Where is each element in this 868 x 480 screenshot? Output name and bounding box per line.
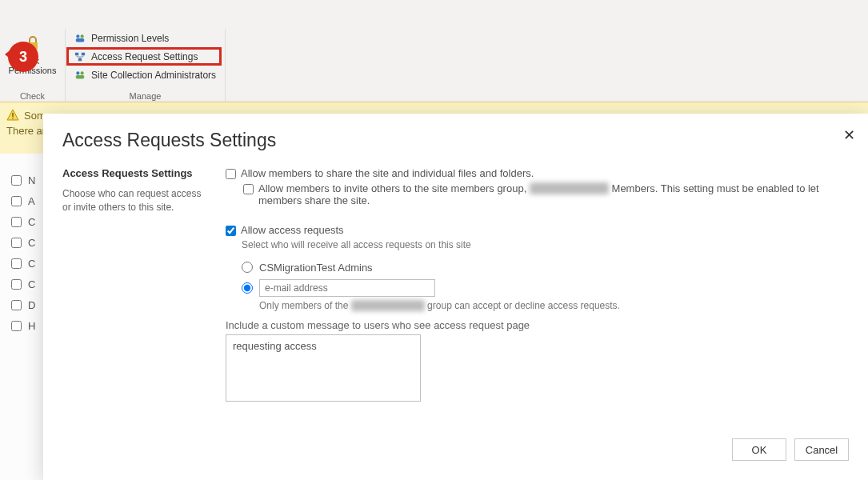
row-checkbox[interactable] [11, 258, 22, 269]
redacted-group-name-2: hidden [351, 300, 425, 311]
modal-footer: OK Cancel [732, 438, 849, 461]
modal-left-panel: Access Requests Settings Choose who can … [62, 167, 206, 404]
warning-line1: Som [24, 110, 46, 122]
row-checkbox[interactable] [11, 300, 22, 310]
radio-admins[interactable] [242, 262, 253, 273]
left-heading: Access Requests Settings [62, 167, 206, 179]
radio-email[interactable] [242, 282, 253, 294]
select-recipient-hint: Select who will receive all access reque… [242, 239, 849, 250]
access-request-settings-button[interactable]: Access Request Settings [66, 47, 222, 66]
redacted-group-name: hidden [530, 182, 609, 194]
row-checkbox[interactable] [11, 321, 22, 331]
row-checkbox[interactable] [11, 196, 22, 206]
svg-rect-4 [75, 52, 78, 55]
access-requests-modal: Access Requests Settings ✕ Access Reques… [43, 114, 868, 480]
people-icon [74, 32, 86, 45]
allow-access-requests-label: Allow access requests [241, 224, 344, 236]
svg-rect-6 [78, 58, 82, 61]
step-badge: 3 [8, 42, 38, 72]
svg-rect-10 [12, 113, 13, 117]
radio-email-row[interactable] [242, 278, 849, 298]
modal-right-panel: Allow members to share the site and indi… [226, 167, 849, 404]
allow-share-label: Allow members to share the site and indi… [241, 167, 534, 179]
permission-levels-button[interactable]: Permission Levels [69, 29, 224, 47]
row-checkbox[interactable] [11, 238, 22, 248]
svg-rect-3 [76, 38, 85, 42]
svg-point-8 [81, 71, 84, 74]
cancel-button[interactable]: Cancel [794, 438, 849, 461]
radio-admins-label: CSMigrationTest Admins [259, 262, 373, 274]
ribbon-group-label-check: Check [0, 91, 65, 101]
svg-point-2 [81, 34, 84, 38]
email-input[interactable] [259, 279, 435, 297]
allow-share-checkbox[interactable] [226, 169, 236, 179]
allow-share-checkbox-row[interactable]: Allow members to share the site and indi… [226, 167, 849, 179]
allow-invite-label-pre: Allow members to invite others to the si… [258, 182, 530, 194]
custom-message-label: Include a custom message to users who se… [226, 319, 849, 331]
svg-rect-11 [12, 118, 13, 118]
ribbon: eck Permissions Check Permission Levels … [0, 0, 868, 102]
row-checkbox[interactable] [11, 279, 22, 290]
svg-point-7 [76, 71, 79, 74]
left-description: Choose who can request access or invite … [62, 187, 206, 214]
only-members-hint: Only members of the hidden group can acc… [259, 300, 849, 311]
allow-access-requests-checkbox[interactable] [226, 226, 236, 236]
custom-message-textarea[interactable] [226, 334, 421, 402]
allow-invite-checkbox[interactable] [243, 184, 254, 194]
radio-admins-row[interactable]: CSMigrationTest Admins [242, 257, 849, 278]
warning-icon [6, 109, 19, 122]
row-checkbox[interactable] [11, 217, 22, 227]
row-checkbox[interactable] [11, 175, 22, 186]
allow-invite-checkbox-row[interactable]: Allow members to invite others to the si… [243, 182, 849, 206]
modal-title: Access Requests Settings [62, 130, 849, 151]
org-icon [74, 50, 86, 63]
svg-point-1 [76, 34, 79, 38]
admin-icon [74, 69, 86, 82]
ribbon-group-label-manage: Manage [66, 91, 225, 101]
ok-button[interactable]: OK [732, 438, 786, 461]
close-icon[interactable]: ✕ [843, 126, 855, 144]
svg-rect-9 [76, 75, 85, 78]
ribbon-group-manage: Permission Levels Access Request Setting… [66, 29, 226, 102]
site-collection-admins-button[interactable]: Site Collection Administrators [69, 66, 224, 84]
allow-access-requests-row[interactable]: Allow access requests [226, 224, 849, 236]
svg-rect-5 [82, 52, 85, 55]
